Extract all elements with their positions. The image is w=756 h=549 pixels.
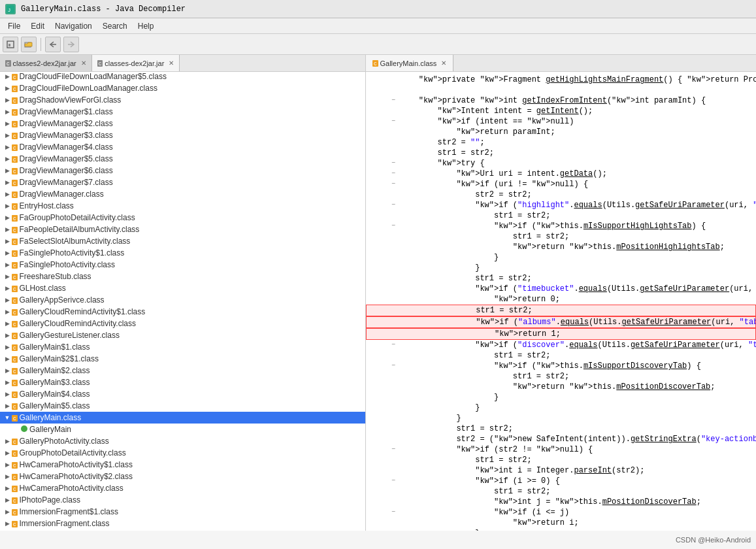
fold-button[interactable] bbox=[389, 148, 397, 158]
fold-button[interactable] bbox=[389, 518, 397, 528]
code-area[interactable]: "kw">private "kw">Fragment getHighLights… bbox=[366, 72, 756, 531]
left-tab-classes[interactable]: c classes-dex2jar.jar ✕ bbox=[92, 55, 180, 71]
fold-button[interactable]: − bbox=[389, 116, 397, 127]
tree-item[interactable]: ▶cDragViewManager$1.class bbox=[0, 106, 365, 118]
fold-button[interactable] bbox=[389, 210, 397, 221]
fold-button[interactable] bbox=[389, 413, 397, 424]
fold-button[interactable] bbox=[389, 137, 397, 148]
tree-item[interactable]: ▶cGalleryGestureListener.class bbox=[0, 329, 365, 341]
left-tab-classes2[interactable]: c classes2-dex2jar.jar ✕ bbox=[0, 55, 92, 71]
tree-item[interactable]: ▶cDragCloudFileDownLoadManager.class bbox=[0, 82, 365, 94]
right-tab-close[interactable]: ✕ bbox=[441, 59, 446, 67]
tree-item[interactable]: ▶cHwCameraPhotoActivity$1.class bbox=[0, 459, 365, 471]
tree-item[interactable]: ▶cGLHost.class bbox=[0, 282, 365, 294]
fold-button[interactable] bbox=[389, 528, 397, 531]
fold-button[interactable] bbox=[389, 284, 397, 294]
fold-button[interactable] bbox=[389, 382, 397, 392]
fold-button[interactable] bbox=[389, 497, 397, 507]
menu-navigation[interactable]: Navigation bbox=[50, 20, 97, 32]
fold-button[interactable] bbox=[389, 106, 397, 116]
tree-item[interactable]: ▶cFaGroupPhotoDetailActivity.class bbox=[0, 212, 365, 224]
tree-item[interactable]: ▶cIPhotoPage.class bbox=[0, 494, 365, 506]
fold-button[interactable] bbox=[389, 403, 397, 413]
tree-item[interactable]: ▶cGalleryMain$2.class bbox=[0, 365, 365, 376]
tree-item[interactable]: ▶cFaSelectSlotAlbumActivity.class bbox=[0, 235, 365, 247]
tree-item[interactable]: ▶cDragViewManager.class bbox=[0, 188, 365, 200]
tree-item[interactable]: ▶cDragViewManager$4.class bbox=[0, 141, 365, 153]
tree-item[interactable]: ▶cDragViewManager$2.class bbox=[0, 118, 365, 129]
fold-button[interactable] bbox=[389, 127, 397, 137]
fold-button[interactable]: − bbox=[389, 221, 397, 231]
tree-area[interactable]: ▶cCropImageActivity.class▶cDialogOnChang… bbox=[0, 72, 365, 531]
tree-item[interactable]: ▶cFaPeopleDetailAlbumActivity.class bbox=[0, 224, 365, 235]
tree-item[interactable]: ▶cDragViewManager$6.class bbox=[0, 165, 365, 176]
fold-button[interactable] bbox=[390, 305, 398, 316]
tree-item[interactable]: ▶cDragViewManager$7.class bbox=[0, 176, 365, 188]
tree-item[interactable]: ▶cGalleryMain$5.class bbox=[0, 400, 365, 412]
tree-item[interactable]: ▼cGalleryMain.class bbox=[0, 412, 365, 424]
fold-button[interactable]: − bbox=[389, 361, 397, 371]
tree-item[interactable]: ▶cFaSinglePhotoActivity$1.class bbox=[0, 247, 365, 259]
fold-button[interactable] bbox=[389, 75, 397, 85]
tree-item[interactable]: ▶cGalleryMain$2$1.class bbox=[0, 353, 365, 365]
tree-item[interactable]: ▶cHwCameraPhotoActivity$2.class bbox=[0, 471, 365, 482]
tree-item[interactable]: ▶cFaSinglePhotoActivity.class bbox=[0, 259, 365, 271]
fold-button[interactable] bbox=[389, 424, 397, 434]
menu-edit[interactable]: Edit bbox=[25, 20, 50, 32]
fold-button[interactable]: − bbox=[389, 200, 397, 210]
left-tab-close1[interactable]: ✕ bbox=[81, 59, 86, 67]
tree-item[interactable]: ▶cGalleryCloudRemindActivity.class bbox=[0, 318, 365, 329]
tree-item[interactable]: ▶cImmersionFragment$1.class bbox=[0, 506, 365, 518]
fold-button[interactable]: − bbox=[389, 340, 397, 350]
fold-button[interactable] bbox=[389, 190, 397, 200]
fold-button[interactable] bbox=[389, 434, 397, 444]
fold-button[interactable] bbox=[389, 273, 397, 284]
fold-button[interactable]: − bbox=[389, 179, 397, 190]
fold-button[interactable]: − bbox=[389, 158, 397, 169]
tree-item[interactable]: ▶cGalleryCloudRemindActivity$1.class bbox=[0, 306, 365, 318]
fold-button[interactable]: − bbox=[389, 507, 397, 518]
tree-item[interactable]: ▶cEntryHost.class bbox=[0, 200, 365, 212]
fold-button[interactable] bbox=[390, 317, 398, 327]
forward-button[interactable] bbox=[63, 37, 79, 52]
tree-item[interactable]: ▶cGroupPhotoDetailActivity.class bbox=[0, 447, 365, 459]
tree-item[interactable]: ▶cGalleryPhotoActivity.class bbox=[0, 435, 365, 447]
fold-button[interactable] bbox=[389, 231, 397, 242]
menu-help[interactable]: Help bbox=[133, 20, 159, 32]
fold-button[interactable] bbox=[389, 350, 397, 361]
tree-item[interactable]: GalleryMain bbox=[0, 424, 365, 435]
tree-item[interactable]: ▶cGalleryMain$3.class bbox=[0, 376, 365, 388]
fold-button[interactable] bbox=[390, 329, 398, 339]
fold-button[interactable] bbox=[389, 455, 397, 465]
right-tab-gallerymain[interactable]: c GalleryMain.class ✕ bbox=[366, 55, 453, 71]
tree-item[interactable]: ▶cImmersionFragment.class bbox=[0, 518, 365, 529]
fold-button[interactable]: − bbox=[389, 169, 397, 179]
left-tab-close2[interactable]: ✕ bbox=[169, 59, 174, 67]
tree-item[interactable]: ▶cGalleryMain$4.class bbox=[0, 388, 365, 400]
fold-button[interactable] bbox=[389, 465, 397, 476]
fold-button[interactable] bbox=[389, 392, 397, 403]
tree-item[interactable]: ▶cHwCameraPhotoActivity.class bbox=[0, 482, 365, 494]
fold-button[interactable]: − bbox=[389, 95, 397, 106]
fold-button[interactable] bbox=[389, 486, 397, 497]
fold-button[interactable] bbox=[389, 263, 397, 273]
fold-button[interactable] bbox=[389, 294, 397, 305]
fold-button[interactable] bbox=[389, 85, 397, 95]
menu-file[interactable]: File bbox=[3, 20, 25, 32]
menu-search[interactable]: Search bbox=[97, 20, 133, 32]
tree-item[interactable]: ▶cDragViewManager$5.class bbox=[0, 153, 365, 165]
tree-item[interactable]: ▶cDragShadowViewForGl.class bbox=[0, 94, 365, 106]
tree-item[interactable]: ▶cDragCloudFileDownLoadManager$5.class bbox=[0, 72, 365, 82]
tree-item[interactable]: ▶cGalleryAppSerivce.class bbox=[0, 294, 365, 306]
fold-button[interactable]: − bbox=[389, 476, 397, 486]
tree-item[interactable]: ▶cFreeshareStub.class bbox=[0, 271, 365, 282]
back-button[interactable] bbox=[45, 37, 61, 52]
tree-item[interactable]: ▶cDragViewManager$3.class bbox=[0, 129, 365, 141]
home-button[interactable] bbox=[3, 37, 18, 52]
tree-item[interactable]: ▶cGalleryMain$1.class bbox=[0, 341, 365, 353]
fold-button[interactable] bbox=[389, 252, 397, 263]
fold-button[interactable]: − bbox=[389, 444, 397, 455]
fold-button[interactable] bbox=[389, 371, 397, 382]
fold-button[interactable] bbox=[389, 242, 397, 252]
open-button[interactable] bbox=[21, 37, 37, 52]
